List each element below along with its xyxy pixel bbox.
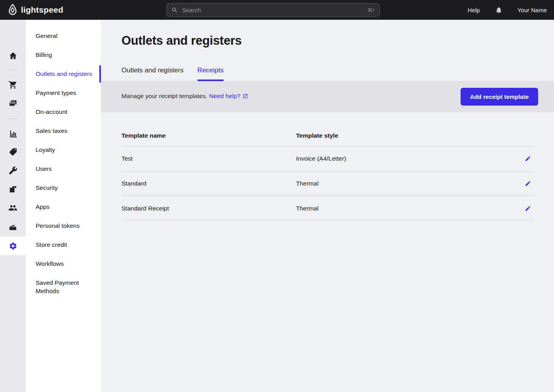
- drawer-icon[interactable]: [0, 218, 26, 236]
- sidebar-item-saved-payment-methods[interactable]: Saved Payment Methods: [26, 273, 101, 301]
- template-style-cell: Thermal: [296, 180, 518, 187]
- search-shortcut-hint: ⌘/: [367, 7, 375, 13]
- flame-logo-icon: [8, 4, 17, 16]
- add-receipt-template-button[interactable]: Add receipt template: [461, 88, 538, 106]
- table-row: Standard Thermal: [121, 171, 535, 196]
- edit-pencil-icon[interactable]: [525, 205, 531, 212]
- cart-icon[interactable]: [0, 76, 26, 94]
- sidebar-item-loyalty[interactable]: Loyalty: [26, 140, 101, 159]
- user-menu[interactable]: Your Name: [518, 7, 547, 13]
- sidebar-item-billing[interactable]: Billing: [26, 45, 101, 64]
- settings-icon[interactable]: [0, 237, 26, 255]
- sidebar-item-general[interactable]: General: [26, 27, 101, 45]
- lightspeed-logo[interactable]: lightspeed: [0, 4, 166, 16]
- home-icon[interactable]: [0, 46, 26, 65]
- register-icon[interactable]: [0, 94, 26, 113]
- template-name-cell: Standard: [121, 180, 296, 187]
- table-row: Test Invoice (A4/Letter): [121, 146, 535, 171]
- external-link-icon: [243, 93, 248, 100]
- tab-receipts[interactable]: Receipts: [197, 66, 224, 81]
- brand-wordmark: lightspeed: [21, 5, 63, 15]
- column-header-template-style: Template style: [296, 132, 518, 139]
- help-link[interactable]: Help: [468, 7, 480, 13]
- inventory-icon[interactable]: [0, 180, 26, 199]
- collapse-sidebar-icon[interactable]: [0, 389, 26, 392]
- sidebar-item-payment-types[interactable]: Payment types: [26, 83, 101, 102]
- customers-icon[interactable]: [0, 199, 26, 217]
- template-style-cell: Thermal: [296, 205, 518, 212]
- sidebar-item-outlets-and-registers[interactable]: Outlets and registers: [26, 64, 101, 83]
- icon-rail: [0, 20, 26, 392]
- settings-sidebar: General Billing Outlets and registers Pa…: [26, 20, 101, 392]
- sidebar-item-security[interactable]: Security: [26, 178, 101, 197]
- need-help-link[interactable]: Need help?: [209, 93, 248, 99]
- column-header-template-name: Template name: [121, 132, 296, 139]
- sidebar-item-store-credit[interactable]: Store credit: [26, 235, 101, 254]
- search-input[interactable]: [182, 7, 367, 13]
- global-search[interactable]: ⌘/: [166, 3, 380, 17]
- sidebar-item-sales-taxes[interactable]: Sales taxes: [26, 121, 101, 140]
- rail-divider: [8, 119, 17, 119]
- page-title: Outlets and registers: [121, 34, 554, 48]
- receipts-banner: Manage your receipt templates. Need help…: [101, 81, 554, 112]
- main-content: Outlets and registers Outlets and regist…: [101, 20, 554, 392]
- tag-icon[interactable]: [0, 142, 26, 161]
- sidebar-item-personal-tokens[interactable]: Personal tokens: [26, 216, 101, 235]
- template-name-cell: Standard Receipt: [121, 205, 296, 212]
- table-row: Standard Receipt Thermal: [121, 196, 535, 221]
- template-style-cell: Invoice (A4/Letter): [296, 155, 518, 162]
- edit-pencil-icon[interactable]: [525, 180, 531, 187]
- tab-bar: Outlets and registers Receipts: [121, 66, 554, 81]
- sidebar-item-workflows[interactable]: Workflows: [26, 254, 101, 273]
- banner-text: Manage your receipt templates. Need help…: [121, 93, 248, 100]
- edit-pencil-icon[interactable]: [525, 155, 531, 162]
- sidebar-item-users[interactable]: Users: [26, 159, 101, 178]
- sidebar-item-on-account[interactable]: On-account: [26, 102, 101, 121]
- sidebar-item-apps[interactable]: Apps: [26, 197, 101, 216]
- notifications-bell-icon[interactable]: [495, 6, 503, 14]
- tab-outlets-and-registers[interactable]: Outlets and registers: [121, 66, 184, 81]
- search-icon: [171, 7, 178, 13]
- template-name-cell: Test: [121, 155, 296, 162]
- topbar: lightspeed ⌘/ Help Your Name: [0, 0, 554, 20]
- table-header-row: Template name Template style: [121, 112, 535, 146]
- chart-icon[interactable]: [0, 124, 26, 143]
- wrench-icon[interactable]: [0, 161, 26, 180]
- rail-divider: [8, 70, 17, 70]
- templates-table: Template name Template style Test Invoic…: [121, 112, 535, 221]
